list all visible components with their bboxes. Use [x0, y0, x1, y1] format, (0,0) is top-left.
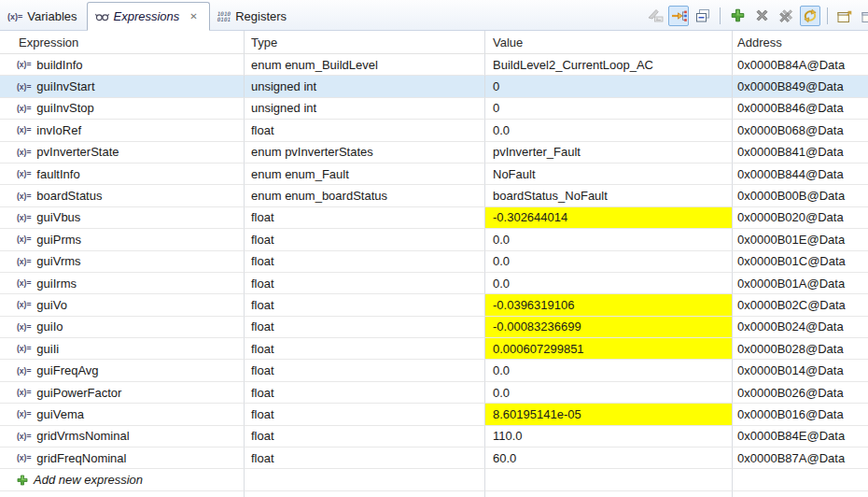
table-row[interactable]: (x)=guiIrmsfloat0.00x0000B01A@Data	[0, 273, 868, 294]
table-row[interactable]: (x)=invIoReffloat0.00x0000B068@Data	[0, 120, 868, 141]
table-row[interactable]: (x)=buildInfoenum enum_BuildLevelBuildLe…	[0, 54, 868, 76]
table-row[interactable]: (x)=guiInvStartunsigned int00x0000B849@D…	[0, 76, 868, 97]
expression-cell[interactable]: (x)=invIoRef	[0, 120, 245, 141]
type-cell: enum enum_Fault	[245, 163, 485, 185]
table-row[interactable]: (x)=pvInverterStateenum pvInverterStates…	[0, 142, 868, 163]
type-cell: float	[245, 251, 485, 273]
variables-icon: (x)=	[7, 12, 22, 21]
address-cell: 0x0000B020@Data	[733, 207, 868, 229]
column-header-value[interactable]: Value	[485, 31, 733, 54]
value-cell[interactable]: 110.0	[485, 426, 733, 447]
address-cell: 0x0000B01A@Data	[733, 273, 868, 294]
expression-cell[interactable]: (x)=guiInvStop	[0, 98, 245, 120]
value-cell[interactable]: -0.0396319106	[485, 294, 733, 316]
expressions-table-body: (x)=buildInfoenum enum_BuildLevelBuildLe…	[0, 54, 868, 497]
expression-cell[interactable]: (x)=pvInverterState	[0, 142, 245, 163]
value-cell[interactable]: 0.0	[485, 360, 733, 381]
value-cell[interactable]: -0.302644014	[485, 207, 733, 229]
table-row[interactable]: (x)=boardStatusenum enum_boardStatusboar…	[0, 185, 868, 206]
close-icon[interactable]: ✕	[188, 10, 199, 22]
variable-icon: (x)=	[17, 409, 31, 419]
value-cell[interactable]: NoFault	[485, 163, 733, 185]
value-cell[interactable]: BuildLevel2_CurrentLoop_AC	[485, 54, 733, 76]
tab-registers[interactable]: 10100101 Registers	[210, 3, 296, 30]
expression-cell[interactable]: (x)=guiPowerFactor	[0, 382, 245, 404]
expression-cell[interactable]: (x)=guiIo	[0, 317, 245, 338]
expression-cell[interactable]: (x)=guiFreqAvg	[0, 360, 245, 381]
table-row[interactable]: (x)=gridFreqNominalfloat60.00x0000B87A@D…	[0, 447, 868, 469]
open-new-view-icon[interactable]	[834, 6, 855, 26]
collapse-all-icon[interactable]	[693, 6, 713, 26]
add-expression-cell[interactable]: Add new expression	[0, 469, 245, 490]
value-cell[interactable]: 0	[485, 76, 733, 97]
expression-name: pvInverterState	[36, 145, 119, 159]
column-header-type[interactable]: Type	[245, 31, 485, 54]
value-cell[interactable]: 8.60195141e-05	[485, 404, 733, 425]
expression-cell[interactable]: (x)=guiIrms	[0, 273, 245, 294]
address-cell: 0x0000B024@Data	[733, 317, 868, 338]
expression-name: guiIrms	[36, 277, 77, 291]
link-with-debug-context-icon[interactable]	[668, 6, 689, 26]
value-cell[interactable]: 0.0	[485, 273, 733, 294]
type-cell: float	[245, 382, 485, 404]
table-row[interactable]: (x)=guiPrmsfloat0.00x0000B01E@Data	[0, 229, 868, 250]
pin-to-context-icon[interactable]	[644, 6, 665, 26]
variable-icon: (x)=	[17, 82, 31, 92]
table-row[interactable]: (x)=guiVbusfloat-0.3026440140x0000B020@D…	[0, 207, 868, 229]
expression-cell[interactable]: (x)=guiVrms	[0, 251, 245, 273]
expression-cell[interactable]: (x)=faultInfo	[0, 163, 245, 185]
add-new-expression-row[interactable]: Add new expression	[0, 469, 868, 490]
table-row[interactable]: (x)=guiVemafloat8.60195141e-050x0000B016…	[0, 404, 868, 425]
address-cell	[733, 469, 868, 490]
expression-cell[interactable]: (x)=buildInfo	[0, 54, 245, 76]
value-cell[interactable]: 0.0	[485, 120, 733, 141]
value-cell[interactable]: 0.0	[485, 382, 733, 404]
expression-name: guiVema	[36, 407, 84, 421]
expression-cell[interactable]: (x)=boardStatus	[0, 185, 245, 206]
add-expression-icon[interactable]	[727, 6, 748, 26]
variable-icon: (x)=	[17, 388, 31, 397]
tab-variables[interactable]: (x)= Variables	[0, 3, 87, 30]
type-cell	[245, 469, 485, 490]
type-cell: float	[245, 294, 485, 316]
type-cell: float	[245, 404, 485, 425]
value-cell[interactable]: 0.0	[485, 229, 733, 250]
expression-cell[interactable]: (x)=guiIi	[0, 338, 245, 360]
value-cell[interactable]: -0.00083236699	[485, 317, 733, 338]
value-cell[interactable]: 0	[485, 98, 733, 120]
expression-cell[interactable]: (x)=guiVema	[0, 404, 245, 425]
tab-expressions[interactable]: Expressions ✕	[87, 2, 210, 31]
expression-cell[interactable]: (x)=guiInvStart	[0, 76, 245, 97]
table-row[interactable]: (x)=guiFreqAvgfloat0.00x0000B014@Data	[0, 360, 868, 381]
value-cell[interactable]: 0.0	[485, 251, 733, 273]
expression-cell[interactable]: (x)=gridFreqNominal	[0, 447, 245, 469]
table-row[interactable]: (x)=guiVrmsfloat0.00x0000B01C@Data	[0, 251, 868, 273]
view-tab-bar: (x)= Variables Expressions ✕ 10100101 Re…	[0, 0, 868, 31]
table-row[interactable]: (x)=guiIofloat-0.000832366990x0000B024@D…	[0, 317, 868, 338]
expression-cell[interactable]: (x)=guiPrms	[0, 229, 245, 250]
expression-name: guiIi	[36, 342, 59, 356]
column-header-address[interactable]: Address	[733, 31, 868, 54]
expressions-table: Expression Type Value Address (x)=buildI…	[0, 31, 868, 497]
expression-name: guiInvStop	[36, 101, 93, 115]
table-row[interactable]: (x)=gridVrmsNominalfloat110.00x0000B84E@…	[0, 426, 868, 447]
value-cell[interactable]: 0.000607299851	[485, 338, 733, 360]
expression-cell[interactable]: (x)=guiVbus	[0, 207, 245, 229]
remove-expression-icon[interactable]	[751, 6, 772, 26]
expression-cell[interactable]: (x)=guiVo	[0, 294, 245, 316]
value-cell[interactable]: boardStatus_NoFault	[485, 185, 733, 206]
column-header-expression[interactable]: Expression	[0, 31, 245, 54]
type-cell: float	[245, 317, 485, 338]
remove-all-expressions-icon[interactable]	[776, 6, 796, 26]
value-cell[interactable]: pvInverter_Fault	[485, 142, 733, 163]
registers-icon: 10100101	[217, 11, 231, 21]
table-row[interactable]: (x)=guiInvStopunsigned int00x0000B846@Da…	[0, 98, 868, 120]
table-row[interactable]: (x)=guiIifloat0.0006072998510x0000B028@D…	[0, 338, 868, 360]
table-row[interactable]: (x)=guiPowerFactorfloat0.00x0000B026@Dat…	[0, 382, 868, 404]
table-row[interactable]: (x)=guiVofloat-0.03963191060x0000B02C@Da…	[0, 294, 868, 316]
value-cell[interactable]: 60.0	[485, 447, 733, 469]
view-menu-icon[interactable]	[859, 6, 868, 26]
continuous-refresh-icon[interactable]	[800, 6, 820, 26]
expression-cell[interactable]: (x)=gridVrmsNominal	[0, 426, 245, 447]
table-row[interactable]: (x)=faultInfoenum enum_FaultNoFault0x000…	[0, 163, 868, 185]
